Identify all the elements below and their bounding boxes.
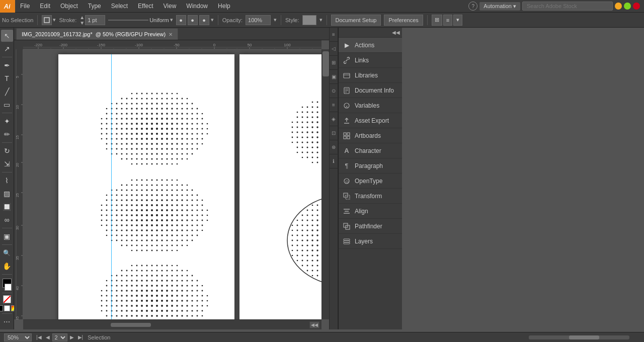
panel-item-layers[interactable]: Layers bbox=[339, 234, 402, 249]
panel-item-libraries[interactable]: Libraries bbox=[339, 68, 402, 83]
next-page-btn[interactable]: ▶ bbox=[68, 334, 75, 340]
stroke-value-input[interactable] bbox=[85, 15, 105, 25]
menu-item-view[interactable]: View bbox=[158, 0, 182, 13]
document-info-icon bbox=[343, 87, 351, 95]
tool-line[interactable]: ╱ bbox=[1, 86, 13, 98]
panel-item-transform[interactable]: Transform bbox=[339, 189, 402, 204]
menu-item-object[interactable]: Object bbox=[55, 0, 83, 13]
prev-page-btn[interactable]: ◀ bbox=[44, 334, 51, 340]
black-fill[interactable] bbox=[0, 305, 3, 311]
canvas-viewport[interactable]: // Dots will be generated by JS below bbox=[23, 49, 321, 319]
panel-item-character[interactable]: A Character bbox=[339, 143, 402, 158]
maximize-btn[interactable] bbox=[624, 3, 631, 10]
tool-paintbrush[interactable]: ✦ bbox=[1, 115, 13, 127]
menu-item-type[interactable]: Type bbox=[83, 0, 106, 13]
panel-item-variables[interactable]: x Variables bbox=[339, 98, 402, 113]
opacity-value-input[interactable] bbox=[246, 15, 271, 25]
help-icon-btn[interactable]: ? bbox=[468, 2, 477, 11]
zoom-select[interactable]: 50%25%75%100% bbox=[4, 333, 32, 341]
panel-item-paragraph[interactable]: ¶ Paragraph bbox=[339, 158, 402, 174]
menu-item-effect[interactable]: Effect bbox=[133, 0, 158, 13]
icon-strip: ≡ ◁ ⊞ ▣ ⊙ ≡ ◈ ⊡ ⊛ ℹ bbox=[329, 28, 338, 329]
collapse-right-btn[interactable]: ◀◀ bbox=[309, 321, 319, 328]
status-zoom-area[interactable]: 50%25%75%100% bbox=[4, 333, 32, 341]
icon-strip-btn-3[interactable]: ⊞ bbox=[329, 56, 338, 70]
dot-opt-2[interactable]: ● bbox=[188, 15, 198, 25]
vertical-scrollbar[interactable] bbox=[321, 49, 329, 319]
search-stock-input[interactable] bbox=[522, 2, 613, 11]
icon-strip-btn-7[interactable]: ◈ bbox=[329, 112, 338, 126]
tool-pencil[interactable]: ✏ bbox=[1, 128, 13, 140]
tool-blend[interactable]: ∞ bbox=[1, 214, 13, 226]
icon-strip-btn-5[interactable]: ⊙ bbox=[329, 84, 338, 98]
tab-close-icon[interactable]: ✕ bbox=[169, 32, 173, 37]
arrange-btn-2[interactable]: ≡ bbox=[443, 15, 452, 26]
icon-strip-btn-8[interactable]: ⊡ bbox=[329, 126, 338, 140]
preferences-button[interactable]: Preferences bbox=[384, 15, 423, 26]
panel-item-pathfinder[interactable]: Pathfinder bbox=[339, 219, 402, 234]
tool-rotate[interactable]: ↻ bbox=[1, 145, 13, 157]
panel-item-asset-export[interactable]: Asset Export bbox=[339, 113, 402, 128]
opacity-chevron: ▾ bbox=[274, 17, 277, 23]
tool-direct-selection[interactable]: ↗ bbox=[1, 43, 13, 55]
style-box[interactable] bbox=[302, 15, 316, 25]
none-fill[interactable] bbox=[3, 295, 11, 303]
icon-strip-btn-4[interactable]: ▣ bbox=[329, 70, 338, 84]
panel-item-actions[interactable]: ▶ Actions bbox=[339, 38, 402, 53]
tool-warp[interactable]: ⌇ bbox=[1, 175, 13, 187]
svg-rect-81 bbox=[344, 136, 346, 139]
more-tools[interactable]: ··· bbox=[1, 316, 13, 328]
arrange-btn-1[interactable]: ⊞ bbox=[432, 15, 442, 26]
stroke-mode-selector[interactable]: ▾ bbox=[42, 15, 56, 25]
panel-item-opentype[interactable]: O OpenType bbox=[339, 174, 402, 189]
tool-selection[interactable]: ↖ bbox=[1, 30, 13, 42]
panel-item-links[interactable]: Links bbox=[339, 53, 402, 68]
icon-strip-btn-6[interactable]: ≡ bbox=[329, 98, 338, 112]
document-tab[interactable]: IMG_20201009_161732.jpg* @ 50% (RGB/GPU … bbox=[16, 28, 178, 40]
stroke-line-selector[interactable]: Uniform ▾ bbox=[108, 17, 173, 23]
status-label: Selection bbox=[88, 334, 110, 340]
menu-item-help[interactable]: Help bbox=[213, 0, 235, 13]
panel-item-align[interactable]: Align bbox=[339, 204, 402, 219]
dot-opt-3[interactable]: ● bbox=[199, 15, 209, 25]
tool-zoom[interactable]: 🔍 bbox=[1, 247, 13, 259]
panel-item-document-info[interactable]: Document Info bbox=[339, 83, 402, 98]
status-scrollbar-h[interactable] bbox=[529, 335, 629, 339]
tool-gradient[interactable]: ▨ bbox=[1, 188, 13, 200]
icon-strip-btn-10[interactable]: ℹ bbox=[329, 154, 338, 168]
first-page-btn[interactable]: |◀ bbox=[35, 334, 43, 340]
arrange-btn-3[interactable]: ▾ bbox=[453, 15, 462, 26]
icon-strip-btn-9[interactable]: ⊛ bbox=[329, 140, 338, 154]
tool-scale[interactable]: ⇲ bbox=[1, 158, 13, 170]
last-page-btn[interactable]: ▶| bbox=[76, 334, 85, 340]
icon-strip-btn-1[interactable]: ≡ bbox=[329, 28, 338, 42]
automation-button[interactable]: Automation ▾ bbox=[479, 2, 520, 11]
arrange-buttons: ⊞ ≡ ▾ bbox=[432, 15, 462, 26]
tool-hand[interactable]: ✋ bbox=[1, 260, 13, 272]
panel-item-artboards[interactable]: Artboards bbox=[339, 128, 402, 143]
menu-item-file[interactable]: File bbox=[15, 0, 35, 13]
menu-item-window[interactable]: Window bbox=[181, 0, 213, 13]
page-select[interactable]: 21 bbox=[52, 333, 67, 341]
menu-item-edit[interactable]: Edit bbox=[35, 0, 55, 13]
tool-artboard[interactable]: ▣ bbox=[1, 230, 13, 242]
svg-text:100: 100 bbox=[284, 43, 291, 47]
minimize-btn[interactable] bbox=[615, 3, 622, 10]
dot-opt-1[interactable]: ● bbox=[176, 15, 186, 25]
tab-filename: IMG_20201009_161732.jpg* bbox=[22, 31, 93, 37]
tool-type[interactable]: T bbox=[1, 72, 13, 84]
tool-eyedropper[interactable]: 🔲 bbox=[1, 201, 13, 213]
background-color[interactable] bbox=[5, 284, 12, 291]
icon-strip-btn-2[interactable]: ◁ bbox=[329, 42, 338, 56]
document-setup-button[interactable]: Document Setup bbox=[331, 15, 381, 26]
opentype-label: OpenType bbox=[355, 178, 382, 185]
tool-pen[interactable]: ✒ bbox=[1, 59, 13, 71]
close-btn[interactable] bbox=[633, 3, 640, 10]
tool-shape[interactable]: ▭ bbox=[1, 99, 13, 111]
panel-collapse-btn[interactable]: ◀◀ bbox=[339, 28, 402, 38]
white-fill[interactable] bbox=[4, 305, 10, 311]
horizontal-scrollbar[interactable]: ◀◀ bbox=[23, 319, 321, 329]
stroke-spinner[interactable]: ▲▼ bbox=[79, 15, 105, 26]
svg-text:x: x bbox=[346, 104, 348, 109]
menu-item-select[interactable]: Select bbox=[106, 0, 133, 13]
